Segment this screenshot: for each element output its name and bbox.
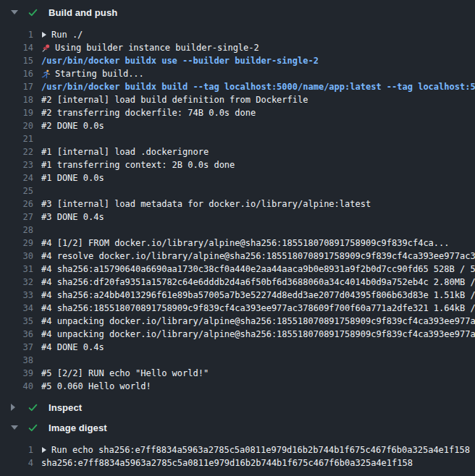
line-content	[41, 354, 475, 367]
check-icon	[28, 422, 38, 433]
line-number[interactable]: 30	[0, 250, 33, 263]
line-number[interactable]: 21	[0, 132, 33, 145]
chevron-right-icon[interactable]	[11, 404, 20, 411]
section-header-build-and-push[interactable]: Build and push	[0, 2, 475, 22]
chevron-down-icon[interactable]	[11, 424, 20, 431]
line-text: #4 DONE 0.4s	[41, 341, 104, 354]
line-number[interactable]: 35	[0, 315, 33, 328]
log-line: 4 sha256:e7ff8834a5963a2785c5a0811e979d1…	[0, 456, 475, 469]
line-text: #1 transferring context: 2B 0.0s done	[41, 158, 235, 171]
line-number[interactable]: 27	[0, 211, 33, 224]
line-text: #5 0.060 Hello world!	[41, 380, 151, 393]
line-number[interactable]: 19	[0, 106, 33, 119]
play-expander-icon[interactable]	[42, 32, 46, 38]
line-content: #1 [internal] load .dockerignore	[41, 145, 475, 158]
line-number[interactable]: 37	[0, 341, 33, 354]
line-number[interactable]: 26	[0, 197, 33, 211]
line-content: #3 [internal] load metadata for docker.i…	[41, 197, 475, 211]
line-number[interactable]: 23	[0, 158, 33, 171]
line-text: #5 [2/2] RUN echo "Hello world!"	[41, 367, 209, 380]
line-number[interactable]: 36	[0, 328, 33, 341]
check-icon	[28, 402, 38, 413]
line-content: Starting build...	[41, 67, 475, 80]
line-number[interactable]: 1	[0, 443, 33, 456]
log-line: 25	[0, 184, 475, 197]
line-content	[41, 184, 475, 197]
log-line: 39 #5 [2/2] RUN echo "Hello world!"	[0, 367, 475, 380]
line-text: #4 sha256:185518070891758909c9f839cf4ca3…	[41, 302, 475, 315]
line-content: #4 sha256:185518070891758909c9f839cf4ca3…	[41, 302, 475, 315]
log-line: 24 #1 DONE 0.0s	[0, 171, 475, 184]
log-section: Image digest 1 Run echo sha256:e7ff8834a…	[0, 417, 475, 474]
log-line: 18 #2 [internal] load build definition f…	[0, 93, 475, 106]
pushpin-icon	[41, 43, 51, 53]
line-number[interactable]: 22	[0, 145, 33, 158]
line-content: Run ./	[41, 28, 475, 41]
line-text: #4 sha256:a24bb4013296f61e89ba57005a7b3e…	[41, 289, 475, 302]
log-line: 31 #4 sha256:a15790640a6690aa1730c38cf0a…	[0, 263, 475, 276]
section-header-image-digest[interactable]: Image digest	[0, 417, 475, 438]
line-number[interactable]: 16	[0, 67, 33, 80]
line-content: /usr/bin/docker buildx build --tag local…	[41, 80, 475, 93]
line-number[interactable]: 39	[0, 367, 33, 380]
log-line: 33 #4 sha256:a24bb4013296f61e89ba57005a7…	[0, 289, 475, 302]
log-line: 32 #4 sha256:df20fa9351a15782c64e6dddb2d…	[0, 276, 475, 289]
log-line: 17 /usr/bin/docker buildx build --tag lo…	[0, 80, 475, 93]
line-number[interactable]: 4	[0, 456, 33, 469]
line-number[interactable]: 29	[0, 237, 33, 250]
line-text: #2 transferring dockerfile: 74B 0.0s don…	[41, 106, 256, 119]
line-number[interactable]: 40	[0, 380, 33, 393]
log-block: 1 Run echo sha256:e7ff8834a5963a2785c5a0…	[0, 438, 475, 474]
line-number[interactable]: 38	[0, 354, 33, 367]
log-line: 37 #4 DONE 0.4s	[0, 341, 475, 354]
check-icon	[28, 7, 38, 18]
play-expander-icon[interactable]	[42, 447, 46, 453]
line-text: #3 [internal] load metadata for docker.i…	[41, 197, 371, 211]
line-content: #1 DONE 0.0s	[41, 171, 475, 184]
line-text: Run echo sha256:e7ff8834a5963a2785c5a081…	[51, 443, 470, 456]
line-number[interactable]: 31	[0, 263, 33, 276]
line-number[interactable]: 34	[0, 302, 33, 315]
line-content: #4 sha256:a15790640a6690aa1730c38cf0a440…	[41, 263, 475, 276]
log-line: 14 Using builder instance builder-single…	[0, 41, 475, 54]
line-text: #3 DONE 0.4s	[41, 211, 104, 224]
line-number[interactable]: 28	[0, 224, 33, 237]
line-number[interactable]: 14	[0, 41, 33, 54]
log-section: Build and push 1 Run ./ 14 Using builder…	[0, 2, 475, 397]
log-block: 1 Run ./ 14 Using builder instance build…	[0, 22, 475, 397]
runner-icon	[41, 69, 51, 79]
line-number[interactable]: 18	[0, 93, 33, 106]
line-content: Using builder instance builder-single-2	[41, 41, 475, 54]
line-number[interactable]: 33	[0, 289, 33, 302]
line-text: #4 unpacking docker.io/library/alpine@sh…	[41, 328, 475, 341]
line-text: Starting build...	[55, 67, 144, 80]
log-line: 38	[0, 354, 475, 367]
log-line: 40 #5 0.060 Hello world!	[0, 380, 475, 393]
line-number[interactable]: 20	[0, 119, 33, 132]
log-line: 21	[0, 132, 475, 145]
log-line: 19 #2 transferring dockerfile: 74B 0.0s …	[0, 106, 475, 119]
line-text: /usr/bin/docker buildx build --tag local…	[41, 80, 475, 93]
chevron-down-icon[interactable]	[11, 9, 20, 16]
line-number[interactable]: 1	[0, 28, 33, 41]
log-line: 26 #3 [internal] load metadata for docke…	[0, 197, 475, 211]
log-line: 1 Run echo sha256:e7ff8834a5963a2785c5a0…	[0, 443, 475, 456]
log-line: 22 #1 [internal] load .dockerignore	[0, 145, 475, 158]
line-content: #5 0.060 Hello world!	[41, 380, 475, 393]
line-number[interactable]: 25	[0, 184, 33, 197]
line-text: Run ./	[51, 28, 83, 41]
line-number[interactable]: 32	[0, 276, 33, 289]
line-text: #4 unpacking docker.io/library/alpine@sh…	[41, 315, 475, 328]
line-content: #2 DONE 0.0s	[41, 119, 475, 132]
line-content: Run echo sha256:e7ff8834a5963a2785c5a081…	[41, 443, 475, 456]
line-content	[41, 224, 475, 237]
line-number[interactable]: 17	[0, 80, 33, 93]
section-header-inspect[interactable]: Inspect	[0, 397, 475, 417]
section-title: Image digest	[49, 422, 107, 433]
section-title: Build and push	[49, 7, 117, 18]
line-number[interactable]: 15	[0, 54, 33, 67]
log-line: 36 #4 unpacking docker.io/library/alpine…	[0, 328, 475, 341]
line-content: #2 [internal] load build definition from…	[41, 93, 475, 106]
line-text: #4 sha256:a15790640a6690aa1730c38cf0a440…	[41, 263, 475, 276]
line-number[interactable]: 24	[0, 171, 33, 184]
